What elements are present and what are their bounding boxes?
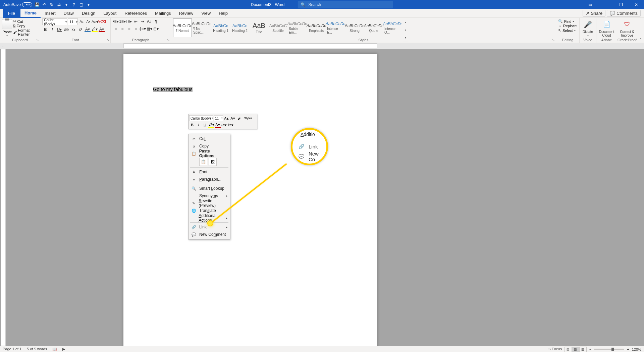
align-center-icon[interactable]: ≡	[119, 26, 125, 32]
ribbon-display-icon[interactable]: ▭	[582, 0, 598, 9]
document-cloud-button[interactable]: 📄 Document Cloud	[598, 18, 615, 37]
underline-button[interactable]: U	[202, 122, 208, 128]
tab-layout[interactable]: Layout	[99, 9, 120, 18]
macro-icon[interactable]: ▶	[62, 347, 65, 351]
dialog-launcher-icon[interactable]: ⤡	[552, 38, 555, 42]
web-layout-icon[interactable]: ▥	[579, 347, 587, 352]
increase-indent-icon[interactable]: ⇥	[140, 18, 146, 25]
align-right-icon[interactable]: ≡	[126, 26, 132, 32]
strike-button[interactable]: ab	[63, 27, 69, 33]
bold-button[interactable]: B	[42, 27, 48, 33]
shrink-font-icon[interactable]: A▾	[230, 115, 236, 121]
font-size-input[interactable]: 11▾	[68, 18, 78, 25]
superscript-button[interactable]: x²	[77, 27, 84, 33]
ctx-rewrite[interactable]: ✎ Rewrite (Preview)	[189, 200, 230, 207]
justify-icon[interactable]: ≡	[133, 26, 139, 32]
highlight-icon[interactable]: 🖍▾	[92, 27, 98, 32]
bold-button[interactable]: B	[189, 122, 195, 128]
grow-font-icon[interactable]: A▴	[223, 115, 229, 121]
change-case-icon[interactable]: Aa▾	[92, 19, 98, 25]
horizontal-ruler[interactable]	[123, 43, 377, 48]
minimize-icon[interactable]: —	[598, 0, 613, 9]
italic-button[interactable]: I	[196, 122, 202, 128]
numbering-icon[interactable]: 1≡▾	[119, 18, 125, 25]
maximize-icon[interactable]: ❐	[613, 0, 629, 9]
qat-icon[interactable]: ▾	[64, 2, 69, 7]
ctx-new-comment[interactable]: 💬 New Comment	[189, 231, 230, 238]
qat-icon[interactable]: ⚲	[71, 2, 76, 7]
styles-icon[interactable]: Styles	[243, 115, 254, 121]
styles-up-icon[interactable]: ▴	[403, 18, 408, 26]
bullets-icon[interactable]: •≡▾	[113, 18, 119, 25]
style-item[interactable]: AaBbCcDcEmphasis	[307, 18, 326, 37]
tab-draw[interactable]: Draw	[60, 9, 78, 18]
tab-insert[interactable]: Insert	[41, 9, 60, 18]
tab-references[interactable]: References	[120, 9, 151, 18]
zoom-slider[interactable]	[594, 349, 624, 350]
undo-icon[interactable]: ↶	[42, 2, 47, 7]
highlight-icon[interactable]: 🖍▾	[208, 122, 214, 128]
decrease-indent-icon[interactable]: ⇤	[133, 18, 139, 25]
underline-button[interactable]: U▾	[56, 27, 62, 33]
print-layout-icon[interactable]: ▦	[572, 347, 579, 352]
close-icon[interactable]: ✕	[629, 0, 644, 9]
dialog-launcher-icon[interactable]: ⤡	[167, 38, 170, 42]
numbering-icon[interactable]: 1≡▾	[227, 122, 233, 128]
word-count[interactable]: 5 of 5 words	[27, 347, 47, 351]
paste-picture-icon[interactable]: 🖼	[209, 158, 217, 166]
style-item[interactable]: AaBbCcDc¶ No Spac...	[192, 18, 211, 37]
show-marks-icon[interactable]: ¶	[153, 18, 159, 25]
zoom-in-icon[interactable]: +	[627, 347, 629, 351]
shading-icon[interactable]: ▦▾	[146, 26, 152, 32]
subscript-button[interactable]: x₂	[70, 27, 76, 33]
bullets-icon[interactable]: •≡▾	[221, 122, 227, 128]
save-icon[interactable]: 💾	[34, 2, 40, 7]
style-item[interactable]: AaBTitle	[250, 18, 268, 37]
search-box[interactable]: 🔍 Search	[298, 1, 393, 8]
grow-font-icon[interactable]: A▴	[78, 19, 85, 25]
tab-home[interactable]: Home	[20, 9, 41, 18]
font-color-icon[interactable]: A▾	[215, 122, 221, 128]
tab-help[interactable]: Help	[215, 9, 232, 18]
align-left-icon[interactable]: ≡	[113, 26, 119, 32]
tab-file[interactable]: File	[3, 9, 20, 18]
style-item[interactable]: AaBbCcDcIntense Q...	[383, 18, 402, 37]
gradeproof-button[interactable]: 🛡 Correct & Improve	[619, 18, 635, 37]
dialog-launcher-icon[interactable]: ⤡	[36, 38, 39, 42]
format-painter-icon[interactable]: 🖌	[236, 115, 242, 121]
tab-view[interactable]: View	[197, 9, 215, 18]
qat-icon[interactable]: ⇄	[56, 2, 62, 7]
page-status[interactable]: Page 1 of 1	[3, 347, 21, 351]
style-item[interactable]: AaBbCcDc¶ Normal	[173, 18, 192, 37]
page[interactable]: Go to my fabulous	[123, 54, 377, 352]
font-name-input[interactable]: Calibri (Body)▾	[42, 18, 67, 25]
dictate-button[interactable]: 🎤 Dictate ▾	[582, 18, 594, 37]
multilevel-icon[interactable]: ⁝≡▾	[126, 18, 132, 25]
tab-mailings[interactable]: Mailings	[151, 9, 175, 18]
text-effects-icon[interactable]: A▾	[85, 27, 91, 32]
sort-icon[interactable]: A↓	[146, 18, 152, 25]
style-item[interactable]: AaBbCcDcQuote	[364, 18, 383, 37]
spell-check-icon[interactable]: 📖	[52, 347, 57, 351]
cut-button[interactable]: ✂Cut	[13, 19, 38, 24]
focus-button[interactable]: ▭ Focus	[547, 347, 562, 351]
vertical-ruler[interactable]	[1, 49, 6, 346]
zoom-out-icon[interactable]: −	[589, 347, 591, 351]
redo-icon[interactable]: ↻	[49, 2, 54, 7]
autosave-toggle[interactable]: AutoSave ●Off	[3, 2, 32, 7]
comments-button[interactable]: 💬 Comments	[607, 10, 641, 17]
copy-button[interactable]: ⎘Copy	[13, 24, 38, 28]
font-color-icon[interactable]: A▾	[99, 27, 105, 32]
ctx-paragraph[interactable]: ≡ Paragraph...	[189, 176, 230, 183]
replace-button[interactable]: ↔Replace	[558, 24, 577, 28]
ctx-font[interactable]: A Font...	[189, 168, 230, 176]
format-painter-button[interactable]: 🖌Format Painter	[13, 28, 38, 36]
document-text[interactable]: Go to my fabulous	[153, 87, 193, 92]
line-spacing-icon[interactable]: ‡≡▾	[140, 26, 146, 32]
style-item[interactable]: AaBbCcHeading 1	[211, 18, 230, 37]
style-item[interactable]: AaBbCcHeading 2	[230, 18, 249, 37]
style-item[interactable]: AaBbCcDcIntense E...	[326, 18, 345, 37]
clear-format-icon[interactable]: A⌫	[99, 19, 105, 25]
qat-icon[interactable]: ▢	[78, 2, 84, 7]
collapse-ribbon-icon[interactable]: ⌃	[637, 18, 644, 43]
